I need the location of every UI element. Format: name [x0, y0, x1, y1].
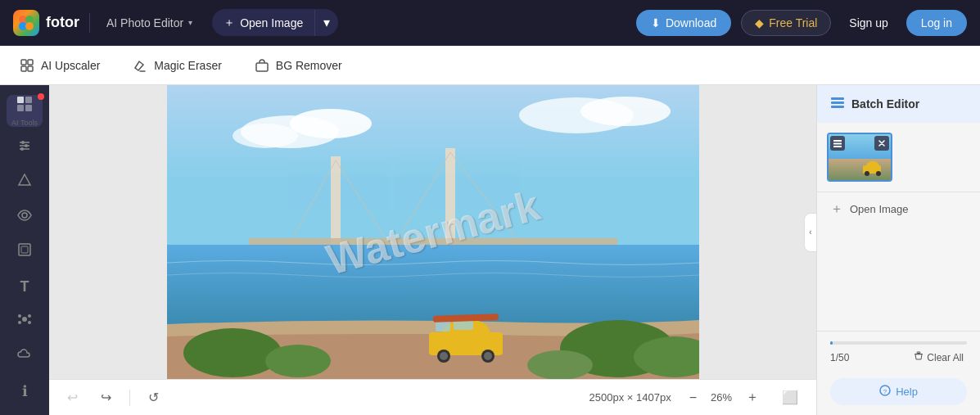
svg-point-22: [22, 317, 27, 322]
svg-rect-56: [831, 106, 844, 108]
zoom-in-button[interactable]: ＋: [741, 387, 764, 408]
free-trial-label: Free Trial: [769, 16, 817, 29]
svg-point-50: [440, 352, 448, 360]
free-trial-button[interactable]: ◆ Free Trial: [741, 10, 831, 36]
canvas-container: Watermark ‹: [49, 85, 816, 379]
svg-rect-54: [831, 97, 844, 100]
svg-point-30: [233, 124, 298, 148]
sidebar-item-ai-tools[interactable]: AI Tools: [7, 95, 43, 127]
cloud-icon: [16, 346, 33, 367]
ai-photo-editor-menu[interactable]: AI Photo Editor ▾: [100, 13, 199, 33]
undo-button[interactable]: ↩: [62, 386, 83, 408]
svg-rect-7: [28, 66, 33, 71]
signup-label: Sign up: [849, 16, 887, 29]
redo-button[interactable]: ↪: [96, 386, 116, 408]
bg-remover-label: BG Remover: [276, 59, 342, 72]
svg-point-17: [25, 144, 28, 147]
minus-icon: −: [689, 390, 697, 404]
reset-icon: ↺: [148, 390, 159, 405]
batch-image-item[interactable]: [827, 133, 892, 182]
text-icon: T: [20, 278, 29, 295]
plus-icon: ＋: [746, 390, 759, 404]
sidebar-item-elements[interactable]: [7, 308, 43, 336]
magic-eraser-tool[interactable]: Magic Eraser: [126, 55, 228, 76]
svg-text:?: ?: [883, 388, 887, 395]
svg-rect-40: [167, 245, 699, 327]
sidebar-item-info[interactable]: ℹ: [7, 377, 43, 406]
svg-rect-33: [331, 156, 341, 246]
download-button[interactable]: ⬇ Download: [636, 10, 731, 36]
download-label: Download: [666, 16, 716, 29]
zoom-out-button[interactable]: −: [684, 389, 702, 407]
svg-rect-65: [917, 352, 920, 354]
progress-section: 1/50 Clear All: [817, 331, 980, 372]
ai-upscaler-tool[interactable]: AI Upscaler: [13, 55, 106, 76]
svg-rect-39: [249, 238, 617, 245]
bg-remover-icon: [255, 58, 269, 73]
svg-rect-4: [21, 60, 26, 65]
frame-icon: [16, 241, 33, 262]
svg-point-25: [18, 321, 21, 324]
download-icon: ⬇: [651, 16, 661, 29]
svg-point-60: [876, 171, 881, 176]
sidebar-item-text[interactable]: T: [7, 273, 43, 301]
open-image-group: ＋ Open Image ▾: [212, 9, 338, 36]
redo-icon: ↪: [101, 390, 111, 405]
signup-button[interactable]: Sign up: [841, 11, 896, 34]
fit-icon: ⬜: [782, 390, 798, 404]
help-button[interactable]: ? Help: [830, 378, 967, 405]
toolbar-divider: [129, 390, 130, 406]
open-image-button[interactable]: ＋ Open Image: [212, 10, 315, 36]
login-button[interactable]: Log in: [906, 10, 967, 36]
right-panel-collapse-handle[interactable]: ‹: [804, 213, 816, 252]
svg-rect-62: [833, 143, 842, 145]
adjust-icon: [16, 138, 33, 158]
open-image-label: Open Image: [240, 16, 303, 29]
svg-point-59: [865, 171, 869, 176]
svg-rect-21: [21, 246, 28, 253]
svg-point-41: [183, 328, 282, 377]
sidebar-item-frame[interactable]: [7, 238, 43, 267]
open-image-panel-button[interactable]: ＋ Open Image: [817, 192, 980, 226]
svg-point-42: [265, 345, 331, 377]
image-wrapper: Watermark: [167, 85, 699, 379]
svg-point-19: [22, 213, 27, 218]
info-icon: ℹ: [22, 382, 28, 400]
batch-layers-button[interactable]: [830, 136, 845, 151]
svg-rect-11: [17, 105, 24, 111]
progress-bar-fill: [830, 341, 833, 345]
batch-editor-header: Batch Editor: [817, 85, 980, 123]
eye-icon: [16, 207, 33, 228]
help-label: Help: [896, 386, 918, 398]
bg-remover-tool[interactable]: BG Remover: [248, 55, 349, 76]
batch-delete-button[interactable]: [874, 136, 889, 151]
progress-count: 1/50: [830, 352, 849, 363]
left-sidebar: AI Tools: [0, 85, 49, 415]
ai-upscaler-icon: [20, 58, 34, 73]
sidebar-item-adjust[interactable]: [7, 133, 43, 162]
reset-button[interactable]: ↺: [143, 386, 164, 408]
magic-eraser-label: Magic Eraser: [154, 59, 221, 72]
svg-rect-63: [833, 146, 842, 147]
svg-rect-8: [256, 63, 268, 71]
open-image-dropdown-arrow[interactable]: ▾: [315, 9, 338, 36]
svg-rect-6: [21, 66, 26, 71]
clear-all-button[interactable]: Clear All: [910, 350, 967, 365]
ai-photo-editor-label: AI Photo Editor: [106, 16, 183, 29]
svg-point-24: [28, 314, 31, 318]
sidebar-item-eye[interactable]: [7, 203, 43, 232]
sidebar-item-shape[interactable]: [7, 169, 43, 197]
svg-point-3: [25, 22, 34, 30]
batch-editor-icon: [830, 95, 845, 113]
svg-rect-5: [28, 60, 33, 65]
sidebar-item-cloud[interactable]: [7, 342, 43, 371]
fit-to-screen-button[interactable]: ⬜: [777, 388, 803, 407]
open-image-panel-icon: ＋: [830, 201, 843, 218]
zoom-controls: − 26% ＋: [684, 387, 764, 408]
svg-rect-34: [445, 148, 455, 246]
svg-rect-12: [25, 105, 32, 111]
progress-bar-track: [830, 341, 967, 345]
logo-text: fotor: [46, 14, 79, 31]
svg-point-16: [21, 141, 25, 144]
diamond-icon: ◆: [755, 16, 764, 29]
